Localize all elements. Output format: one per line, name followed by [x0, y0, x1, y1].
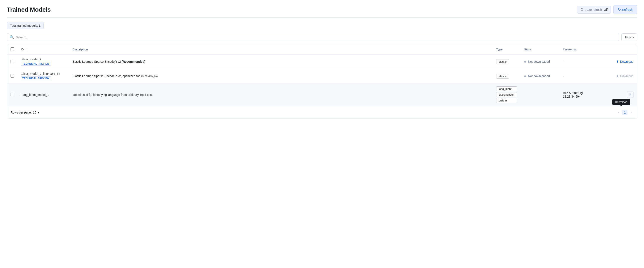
created-at-value: Dec 5, 2019 @13:28:34.594 [563, 91, 583, 98]
search-icon: 🔍 [10, 35, 14, 39]
description-cell: Elastic Learned Sparse EncodeR v2 (Recom… [69, 54, 493, 69]
state-column-header: State [521, 45, 560, 54]
table-row: .elser_model_2 TECHNICAL PREVIEW Elastic… [7, 54, 637, 69]
state-cell: Not downloaded [521, 69, 560, 83]
current-page: 1 [622, 110, 628, 115]
type-filter-dropdown[interactable]: Type ▾ [622, 33, 637, 41]
created-at-cell: Dec 5, 2019 @13:28:34.594 [560, 83, 602, 106]
state-cell: Not downloaded [521, 54, 560, 69]
select-all-checkbox[interactable] [10, 47, 14, 51]
description-text: Elastic Learned Sparse EncodeR v2 (Recom… [72, 60, 146, 63]
row-checkbox-cell [7, 83, 18, 106]
description-cell: Model used for identifying language from… [69, 83, 493, 106]
created-at-cell: - [560, 54, 602, 69]
next-page-button[interactable]: › [629, 109, 634, 115]
model-id-cell: .elser_model_2 TECHNICAL PREVIEW [18, 54, 69, 69]
type-cell: elastic [493, 54, 521, 69]
row-action-icon-button[interactable]: ⊞ [627, 92, 634, 98]
search-container: 🔍 [7, 33, 619, 41]
row-actions: ⊞ [606, 92, 634, 98]
type-tag-lang-ident: lang_ident [496, 86, 517, 91]
row-select-checkbox[interactable] [10, 74, 14, 78]
header-actions: ⏱ Auto refresh Off ↻ Refresh [577, 5, 637, 14]
state-text: Not downloaded [528, 60, 550, 64]
description-text: Elastic Learned Sparse EncodeR v2, optim… [72, 74, 158, 78]
auto-refresh-container: ⏱ Auto refresh Off [577, 6, 611, 14]
rows-per-page-chevron: ▾ [38, 111, 39, 114]
description-column-header: Description [69, 45, 493, 54]
row-select-checkbox[interactable] [10, 60, 14, 63]
download-label-disabled: Download [620, 74, 634, 78]
type-tag-group: lang_ident classification built-in [496, 86, 517, 103]
download-label: Download [620, 60, 634, 63]
expand-row-button[interactable]: › [19, 93, 21, 97]
refresh-button[interactable]: ↻ Refresh [614, 5, 637, 14]
type-column-header: Type [493, 45, 521, 54]
created-at-value: - [563, 74, 564, 78]
total-models-badge: Total trained models: 1 [7, 22, 44, 29]
download-button-active[interactable]: ⬇ Download [606, 60, 634, 63]
row-checkbox-cell [7, 69, 18, 83]
row-select-checkbox[interactable] [10, 93, 14, 96]
type-tag-built-in: built-in [496, 98, 517, 103]
actions-cell: ⬇ Download [602, 69, 637, 83]
model-id-cell: .elser_model_2_linux-x86_64 TECHNICAL PR… [18, 69, 69, 83]
created-at-cell: - [560, 69, 602, 83]
auto-refresh-icon: ⏱ [580, 8, 584, 12]
table-footer: Rows per page: 10 ▾ ‹ 1 › [7, 106, 637, 118]
table-row: › lang_ident_model_1 Model used for iden… [7, 83, 637, 106]
sort-icon: ↑ [26, 48, 27, 51]
download-icon-disabled: ⬇ [616, 74, 619, 78]
technical-preview-badge: TECHNICAL PREVIEW [21, 76, 51, 80]
prev-page-button[interactable]: ‹ [616, 109, 621, 115]
refresh-label: Refresh [622, 8, 632, 12]
auto-refresh-value: Off [604, 8, 608, 12]
select-all-checkbox-header [7, 45, 18, 54]
models-table: Download ID ↑ Description Type [7, 45, 637, 119]
model-id: .elser_model_2_linux-x86_64 [21, 72, 66, 75]
auto-refresh-label: Auto refresh [586, 8, 602, 12]
created-at-column-header: Created at [560, 45, 602, 54]
model-id: lang_ident_model_1 [22, 93, 49, 96]
download-button-disabled: ⬇ Download [606, 74, 634, 78]
download-icon-active: ⬇ [616, 60, 619, 63]
id-column-header[interactable]: ID ↑ [18, 45, 69, 54]
type-cell: elastic [493, 69, 521, 83]
type-filter-chevron: ▾ [632, 36, 634, 39]
rows-per-page-selector[interactable]: Rows per page: 10 ▾ [10, 111, 39, 114]
page-title: Trained Models [7, 6, 51, 13]
type-cell: lang_ident classification built-in [493, 83, 521, 106]
model-id: .elser_model_2 [21, 58, 66, 61]
toolbar: 🔍 Type ▾ [7, 33, 637, 41]
actions-cell: ⬇ Download [602, 54, 637, 69]
search-input[interactable] [16, 36, 616, 39]
table-row: .elser_model_2_linux-x86_64 TECHNICAL PR… [7, 69, 637, 83]
rows-per-page-value: 10 [33, 111, 36, 114]
type-filter-label: Type [625, 36, 631, 39]
expand-cell: › lang_ident_model_1 [18, 83, 69, 106]
pagination: ‹ 1 › [616, 109, 634, 115]
state-dot [524, 75, 526, 77]
type-tag-classification: classification [496, 92, 517, 97]
description-text: Model used for identifying language from… [72, 93, 153, 96]
refresh-icon: ↻ [618, 8, 621, 12]
technical-preview-badge: TECHNICAL PREVIEW [21, 62, 51, 66]
type-tag: elastic [496, 59, 509, 64]
created-at-value: - [563, 60, 564, 63]
row-checkbox-cell [7, 54, 18, 69]
actions-column-header [602, 45, 637, 54]
download-tooltip: Download [612, 99, 630, 105]
models-data-table: ID ↑ Description Type State Created at [7, 45, 637, 106]
state-cell [521, 83, 560, 106]
state-dot [524, 61, 526, 63]
type-tag: elastic [496, 74, 509, 79]
rows-per-page-label: Rows per page: [10, 111, 32, 114]
state-text: Not downloaded [528, 75, 550, 78]
description-cell: Elastic Learned Sparse EncodeR v2, optim… [69, 69, 493, 83]
